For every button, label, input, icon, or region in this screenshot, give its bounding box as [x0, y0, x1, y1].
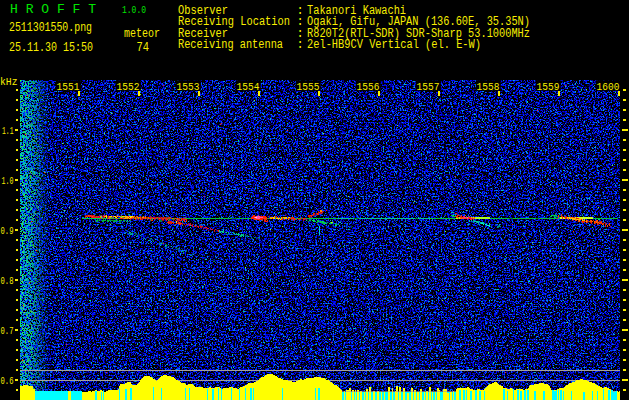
svg-text:1.0.0: 1.0.0 — [122, 5, 146, 16]
svg-text:1600: 1600 — [597, 80, 620, 93]
svg-text:1.1: 1.1 — [2, 125, 14, 137]
svg-text:0.8: 0.8 — [1, 275, 14, 287]
svg-text:2el-HB9CV Vertical (el. E-W): 2el-HB9CV Vertical (el. E-W) — [307, 38, 481, 52]
svg-text:2511301550.png: 2511301550.png — [9, 21, 92, 35]
svg-text:74: 74 — [137, 41, 150, 55]
svg-text:1.0: 1.0 — [2, 175, 14, 187]
svg-text:kHz: kHz — [0, 76, 18, 88]
svg-text:1556: 1556 — [357, 80, 380, 93]
svg-text:1554: 1554 — [237, 80, 260, 93]
svg-text:1558: 1558 — [477, 80, 500, 93]
svg-text:1557: 1557 — [417, 80, 440, 93]
svg-text:0.6: 0.6 — [1, 375, 14, 387]
svg-text:H R O F F T: H R O F F T — [10, 2, 96, 17]
svg-text:1553: 1553 — [177, 80, 200, 93]
svg-text:1551: 1551 — [57, 80, 80, 93]
svg-text:Receiving antenna: Receiving antenna — [178, 38, 283, 52]
svg-text:1559: 1559 — [537, 80, 560, 93]
svg-text:25.11.30 15:50: 25.11.30 15:50 — [9, 41, 93, 55]
svg-text:1555: 1555 — [297, 80, 320, 93]
svg-text:meteor: meteor — [124, 27, 160, 41]
svg-text:0.7: 0.7 — [1, 325, 14, 337]
svg-text:1552: 1552 — [117, 80, 140, 93]
svg-text::: : — [297, 38, 304, 52]
svg-text:0.9: 0.9 — [1, 225, 14, 237]
